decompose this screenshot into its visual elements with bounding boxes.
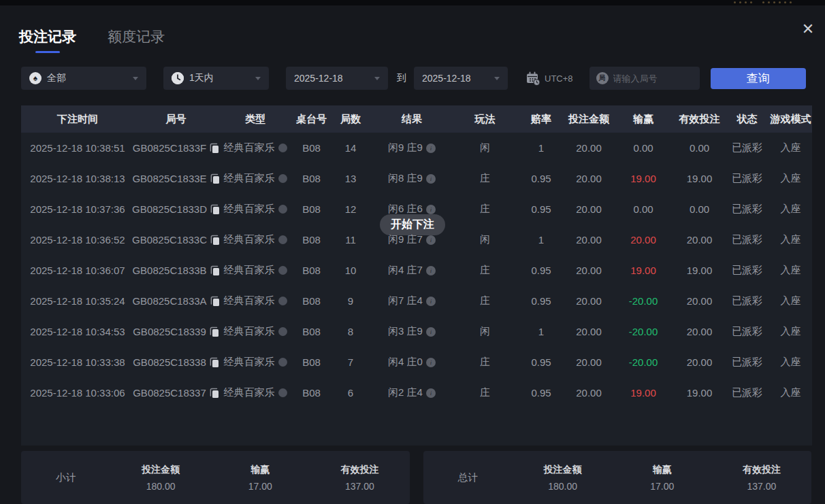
- bet-time-cell: 2025-12-18 10:36:52: [21, 234, 134, 246]
- round-no-cell: 7: [330, 356, 371, 368]
- calendar-clock-icon[interactable]: [525, 71, 540, 86]
- win-loss-cell: 19.00: [613, 387, 674, 399]
- round-id-input-box[interactable]: 局: [589, 67, 700, 90]
- info-icon[interactable]: i: [426, 144, 436, 153]
- round-id-cell: GB0825C1833B: [134, 265, 218, 276]
- video-dot-icon: [278, 205, 287, 214]
- odds-cell: 0.95: [517, 203, 565, 215]
- date-to-select[interactable]: 2025-12-18: [414, 67, 508, 90]
- status-cell: 已派彩: [725, 172, 769, 185]
- table-no-cell: B08: [293, 142, 330, 154]
- game-mode-cell: 入座: [769, 264, 812, 277]
- info-icon[interactable]: i: [426, 235, 436, 245]
- search-button[interactable]: 查询: [711, 68, 806, 89]
- table-no-cell: B08: [293, 356, 330, 368]
- game-type-cell: 经典百家乐: [218, 325, 293, 338]
- col-header-valid-bet: 有效投注: [674, 113, 725, 126]
- date-from-select[interactable]: 2025-12-18: [286, 67, 388, 90]
- col-header-play: 玩法: [453, 113, 517, 126]
- col-header-game-type: 类型: [218, 113, 293, 126]
- total-win-label: 输赢: [613, 464, 712, 476]
- time-range-select[interactable]: 1天内: [163, 67, 269, 90]
- round-id-value: GB0825C1833E: [132, 173, 206, 184]
- odds-cell: 1: [517, 326, 565, 337]
- game-type-cell: 经典百家乐: [218, 233, 293, 246]
- active-tab-underline: [35, 51, 60, 53]
- info-icon[interactable]: i: [426, 174, 436, 184]
- result-cell: 闲2 庄4 i: [371, 386, 453, 399]
- bet-time-cell: 2025-12-18 10:34:53: [21, 326, 134, 337]
- bet-time-cell: 2025-12-18 10:38:51: [21, 142, 134, 154]
- col-header-win-loss: 输赢: [613, 113, 674, 126]
- table-no-cell: B08: [293, 326, 330, 337]
- col-header-odds: 赔率: [517, 113, 565, 126]
- col-header-game-mode: 游戏模式: [769, 113, 812, 126]
- subtotal-bet-value: 180.00: [111, 481, 210, 492]
- subtotal-win-stat: 输赢 17.00: [210, 464, 310, 492]
- info-icon[interactable]: i: [426, 266, 436, 275]
- col-header-bet-time: 下注时间: [21, 113, 134, 126]
- status-cell: 已派彩: [725, 356, 769, 369]
- info-icon[interactable]: i: [426, 358, 436, 367]
- info-icon[interactable]: i: [426, 297, 436, 306]
- game-mode-cell: 入座: [769, 386, 812, 399]
- play-cell: 闲: [453, 233, 517, 246]
- game-type-cell: 经典百家乐: [218, 172, 293, 185]
- tab-betting-records-label: 投注记录: [19, 29, 76, 44]
- odds-cell: 1: [517, 142, 565, 154]
- round-no-cell: 12: [330, 203, 371, 215]
- subtotal-valid-value: 137.00: [310, 481, 409, 492]
- bet-amount-cell: 20.00: [565, 142, 613, 154]
- close-icon[interactable]: ✕: [798, 19, 818, 39]
- tab-quota-records[interactable]: 额度记录: [108, 27, 165, 53]
- result-value: 闲2 庄4: [388, 386, 423, 399]
- subtotal-win-label: 输赢: [210, 464, 310, 476]
- game-type-select[interactable]: ♠ 全部: [21, 67, 146, 90]
- spade-icon: ♠: [29, 72, 42, 84]
- round-id-value: GB0825C18338: [133, 356, 206, 368]
- round-id-cell: GB0825C18337: [134, 387, 218, 399]
- total-valid-value: 137.00: [712, 481, 811, 492]
- col-header-round-id: 局号: [134, 113, 218, 126]
- table-no-cell: B08: [293, 234, 330, 246]
- info-icon[interactable]: i: [426, 327, 436, 337]
- table-row: 2025-12-18 10:36:07 GB0825C1833B 经典百家乐 B…: [21, 255, 812, 286]
- subtotal-card: 小计 投注金额 180.00 输赢 17.00 有效投注 137.00: [21, 451, 410, 504]
- info-icon[interactable]: i: [426, 388, 436, 398]
- tab-betting-records[interactable]: 投注记录: [19, 27, 76, 53]
- round-id-input[interactable]: [613, 73, 693, 84]
- valid-bet-cell: 20.00: [674, 234, 725, 246]
- game-mode-cell: 入座: [769, 203, 812, 216]
- result-cell: 闲3 庄9 i: [371, 325, 453, 338]
- info-icon[interactable]: i: [426, 205, 436, 214]
- play-cell: 庄: [453, 172, 517, 185]
- total-win-value: 17.00: [613, 481, 712, 492]
- round-id-cell: GB0825C1833C: [134, 234, 218, 246]
- bet-amount-cell: 20.00: [565, 356, 613, 368]
- subtotal-label: 小计: [21, 471, 111, 484]
- game-type-value: 经典百家乐: [224, 295, 275, 307]
- bet-time-cell: 2025-12-18 10:33:06: [21, 387, 134, 399]
- video-dot-icon: [278, 358, 287, 367]
- total-valid-stat: 有效投注 137.00: [712, 464, 811, 492]
- valid-bet-cell: 20.00: [674, 295, 725, 307]
- bet-amount-cell: 20.00: [565, 326, 613, 337]
- table-row: 2025-12-18 10:33:38 GB0825C18338 经典百家乐 B…: [21, 347, 812, 377]
- valid-bet-cell: 20.00: [674, 356, 725, 368]
- game-mode-cell: 入座: [769, 233, 812, 246]
- win-loss-cell: 19.00: [613, 173, 674, 184]
- valid-bet-cell: 19.00: [674, 265, 725, 276]
- game-type-value: 经典百家乐: [224, 356, 275, 369]
- chevron-down-icon: [494, 77, 500, 80]
- total-bet-stat: 投注金额 180.00: [513, 464, 613, 492]
- round-id-cell: GB0825C18339: [134, 326, 218, 337]
- result-value: 闲4 庄0: [388, 356, 423, 369]
- result-cell: 闲4 庄7 i: [371, 264, 453, 277]
- bet-time-cell: 2025-12-18 10:36:07: [21, 265, 134, 276]
- table-no-cell: B08: [293, 265, 330, 276]
- game-type-cell: 经典百家乐: [218, 295, 293, 307]
- odds-cell: 0.95: [517, 173, 565, 184]
- subtotal-win-value: 17.00: [210, 481, 310, 492]
- bet-amount-cell: 20.00: [565, 234, 613, 246]
- total-valid-label: 有效投注: [712, 464, 811, 476]
